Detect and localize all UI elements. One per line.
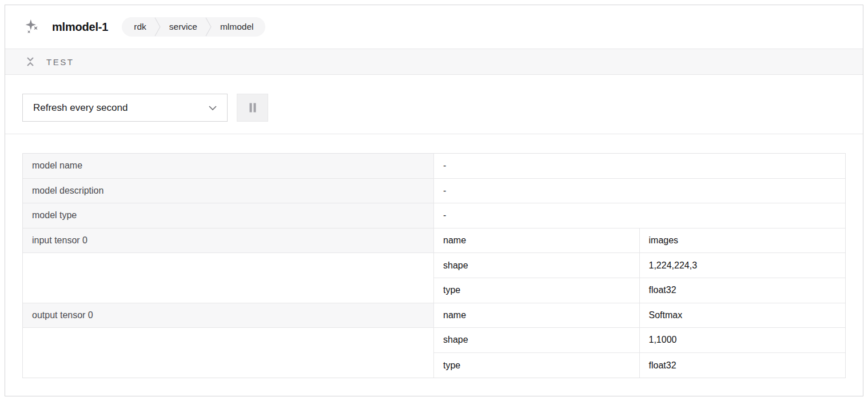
field-key: name — [434, 228, 640, 254]
field-key: name — [434, 303, 640, 328]
model-spec-table: model name - model description - model t… — [22, 153, 846, 378]
row-label-model-name: model name — [23, 154, 434, 179]
field-key: type — [434, 353, 640, 378]
row-value-model-name: - — [434, 154, 845, 179]
breadcrumb-item-rdk: rdk — [126, 22, 154, 32]
collapse-vertical-icon[interactable] — [26, 56, 35, 67]
field-value: images — [640, 228, 846, 254]
group-label-output-tensor-0: output tensor 0 — [23, 303, 434, 328]
test-toolbar: Refresh every second — [5, 75, 863, 134]
breadcrumb-item-service: service — [162, 22, 205, 32]
field-value: float32 — [640, 353, 846, 378]
pause-refresh-button[interactable] — [237, 94, 268, 122]
chevron-separator-icon — [154, 17, 162, 37]
row-value-model-description: - — [434, 179, 845, 204]
field-value: 1,1000 — [640, 328, 846, 353]
pause-icon — [248, 103, 257, 113]
group-label-input-tensor-0: input tensor 0 — [23, 228, 434, 254]
row-label-model-description: model description — [23, 179, 434, 204]
sparkles-icon — [25, 19, 39, 34]
field-value: 1,224,224,3 — [640, 253, 846, 278]
group-spacer — [23, 253, 434, 303]
model-info-section: model name - model description - model t… — [5, 134, 863, 396]
field-key: shape — [434, 253, 640, 278]
card-header: mlmodel-1 rdk service mlmodel — [5, 5, 863, 49]
field-value: float32 — [640, 278, 846, 303]
test-section-label: TEST — [46, 57, 74, 67]
page-title: mlmodel-1 — [52, 21, 108, 34]
refresh-rate-value: Refresh every second — [33, 102, 128, 114]
field-value: Softmax — [640, 303, 846, 328]
test-section-toggle[interactable]: TEST — [5, 49, 863, 75]
resource-card: mlmodel-1 rdk service mlmodel TEST Refre… — [5, 5, 863, 396]
group-spacer — [23, 328, 434, 378]
chevron-separator-icon — [205, 17, 213, 37]
field-key: shape — [434, 328, 640, 353]
breadcrumb: rdk service mlmodel — [122, 17, 265, 37]
row-label-model-type: model type — [23, 203, 434, 228]
breadcrumb-item-mlmodel: mlmodel — [213, 22, 261, 32]
chevron-down-icon — [208, 105, 217, 111]
refresh-rate-select[interactable]: Refresh every second — [22, 94, 228, 122]
field-key: type — [434, 278, 640, 303]
row-value-model-type: - — [434, 203, 845, 228]
